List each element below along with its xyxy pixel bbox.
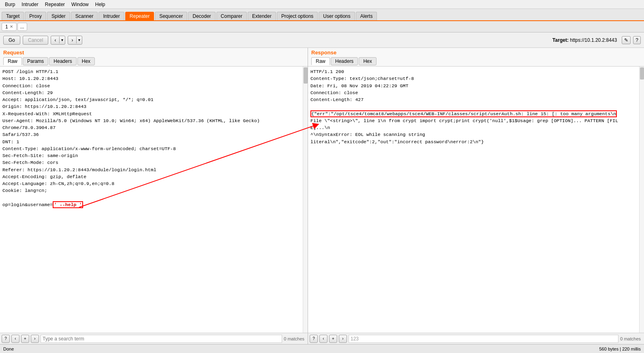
- req-blank: [2, 194, 301, 201]
- request-tab-raw[interactable]: Raw: [3, 57, 22, 65]
- edit-target-button[interactable]: ✎: [622, 36, 631, 44]
- response-search-input[interactable]: [349, 335, 618, 343]
- tab-extender[interactable]: Extender: [248, 12, 276, 20]
- req-body-highlight: ' --help ': [53, 201, 83, 208]
- response-matches: 0 matches: [620, 336, 642, 341]
- target-label: Target: https://10.1.20.2:8443: [552, 37, 617, 43]
- request-tab-headers[interactable]: Headers: [49, 57, 76, 65]
- toolbar: Go Cancel ‹ ▾ › ▾ Target: https://10.1.2…: [0, 32, 644, 48]
- forward-arrow-icon[interactable]: ▾: [76, 37, 82, 43]
- req-line-16: Accept-Language: zh-CN,zh;q=0.9,en;q=0.8: [2, 180, 301, 187]
- back-button[interactable]: ‹ ▾: [51, 36, 65, 45]
- tab-intruder[interactable]: Intruder: [98, 12, 124, 20]
- menu-intruder[interactable]: Intruder: [18, 1, 41, 8]
- content-area: Request Raw Params Headers Hex POST /log…: [0, 48, 644, 344]
- tab-proxy[interactable]: Proxy: [25, 12, 46, 20]
- response-tab-headers[interactable]: Headers: [331, 57, 358, 65]
- request-body[interactable]: POST /login HTTP/1.1 Host: 10.1.20.2:844…: [0, 67, 303, 333]
- forward-button[interactable]: › ▾: [68, 36, 82, 45]
- request-footer: ? ‹ + › 0 matches: [0, 333, 308, 344]
- response-footer: ? ‹ + › 0 matches: [308, 333, 644, 344]
- menu-window[interactable]: Window: [68, 1, 92, 8]
- menu-burp[interactable]: Burp: [2, 1, 18, 8]
- tab-comparer[interactable]: Comparer: [216, 12, 247, 20]
- request-body-wrap: POST /login HTTP/1.1 Host: 10.1.20.2:844…: [0, 67, 308, 333]
- request-scrollbar[interactable]: [303, 67, 308, 333]
- resp-line-3: Date: Fri, 08 Nov 2019 04:22:29 GMT: [310, 82, 638, 89]
- response-tab-hex[interactable]: Hex: [359, 57, 376, 65]
- resp-body-3: ^\nSyntaxError: EOL while scanning strin…: [310, 131, 638, 138]
- req-line-7: X-Requested-With: XMLHttpRequest: [2, 110, 301, 117]
- req-line-1: POST /login HTTP/1.1: [2, 68, 301, 75]
- resp-line-2: Content-Type: text/json;charset=utf-8: [310, 75, 638, 82]
- help-button[interactable]: ?: [633, 36, 641, 44]
- resp-body-highlight-1: {"err":"/opt/tsce4/tomcat8/webapps/tsce4…: [310, 110, 617, 117]
- req-line-2: Host: 10.1.20.2:8443: [2, 75, 301, 82]
- req-line-12: Sec-Fetch-Site: same-origin: [2, 152, 301, 159]
- response-panel: Response Raw Headers Hex HTTP/1.1 200 Co…: [308, 48, 644, 344]
- menu-help[interactable]: Help: [92, 1, 109, 8]
- req-line-15: Accept-Encoding: gzip, deflate: [2, 173, 301, 180]
- cancel-button[interactable]: Cancel: [23, 36, 48, 45]
- req-line-8: User-Agent: Mozilla/5.0 (Windows NT 10.0…: [2, 117, 301, 131]
- req-prev-button[interactable]: ‹: [11, 335, 19, 343]
- req-line-10: DNT: 1: [2, 138, 301, 145]
- req-next-button[interactable]: ›: [31, 335, 39, 343]
- response-tab-raw[interactable]: Raw: [311, 57, 330, 65]
- tab-project-options[interactable]: Project options: [277, 12, 318, 20]
- request-tab-hex[interactable]: Hex: [77, 57, 95, 65]
- resp-next-button[interactable]: ›: [339, 335, 347, 343]
- back-icon: ‹: [51, 36, 59, 44]
- tab-spider[interactable]: Spider: [47, 12, 70, 20]
- response-scrollbar-thumb[interactable]: [640, 67, 644, 80]
- target-url: https://10.1.20.2:8443: [570, 37, 617, 43]
- status-done: Done: [3, 347, 599, 351]
- req-line-3: Connection: close: [2, 82, 301, 89]
- request-scrollbar-thumb[interactable]: [304, 67, 308, 84]
- tab-user-options[interactable]: User options: [319, 12, 355, 20]
- sub-tab-1[interactable]: 1 ✕: [2, 23, 17, 31]
- resp-help-button[interactable]: ?: [310, 335, 318, 343]
- main-tab-bar: Target Proxy Spider Scanner Intruder Rep…: [0, 9, 644, 21]
- tab-repeater[interactable]: Repeater: [125, 12, 154, 20]
- response-scrollbar[interactable]: [639, 67, 644, 333]
- back-arrow-icon[interactable]: ▾: [59, 37, 65, 43]
- req-line-5: Accept: application/json, text/javascrip…: [2, 96, 301, 103]
- resp-add-button[interactable]: +: [329, 335, 337, 343]
- tab-target[interactable]: Target: [2, 12, 24, 20]
- response-tabs: Raw Headers Hex: [308, 56, 644, 67]
- resp-line-5: Content-Length: 427: [310, 96, 638, 103]
- tab-sequencer[interactable]: Sequencer: [155, 12, 187, 20]
- req-line-11: Content-Type: application/x-www-form-url…: [2, 145, 301, 152]
- close-icon[interactable]: ✕: [10, 24, 13, 29]
- req-line-14: Referer: https://10.1.20.2:8443/module/l…: [2, 166, 301, 173]
- req-help-button[interactable]: ?: [2, 335, 10, 343]
- req-body-line: op=login&username=' --help ': [2, 201, 301, 208]
- request-panel: Request Raw Params Headers Hex POST /log…: [0, 48, 308, 344]
- sub-tab-dots[interactable]: ...: [17, 23, 27, 31]
- menu-repeater[interactable]: Repeater: [42, 1, 68, 8]
- resp-prev-button[interactable]: ‹: [319, 335, 327, 343]
- tab-scanner[interactable]: Scanner: [71, 12, 98, 20]
- response-body-wrap: HTTP/1.1 200 Content-Type: text/json;cha…: [308, 67, 644, 333]
- req-line-13: Sec-Fetch-Mode: cors: [2, 159, 301, 166]
- resp-line-4: Connection: close: [310, 89, 638, 96]
- req-line-4: Content-Length: 29: [2, 89, 301, 96]
- req-line-17: Cookie: lang=cn;: [2, 187, 301, 194]
- resp-body-4: literal\n","exitcode":2,"out":"incorrect…: [310, 138, 638, 145]
- tab-decoder[interactable]: Decoder: [188, 12, 215, 20]
- status-info: 560 bytes | 220 millis: [599, 347, 641, 351]
- req-add-button[interactable]: +: [21, 335, 29, 343]
- request-search-input[interactable]: [41, 335, 282, 343]
- resp-body-2: File \"<string>\", line 1\n from crypt i…: [310, 117, 638, 131]
- req-body-prefix: op=login&username=: [2, 202, 53, 207]
- menu-bar: Burp Intruder Repeater Window Help: [0, 0, 644, 9]
- go-button[interactable]: Go: [3, 36, 20, 45]
- request-matches: 0 matches: [284, 336, 306, 341]
- resp-blank: [310, 103, 638, 110]
- tab-alerts[interactable]: Alerts: [356, 12, 377, 20]
- forward-icon: ›: [68, 36, 76, 44]
- request-tab-params[interactable]: Params: [23, 57, 48, 65]
- response-body[interactable]: HTTP/1.1 200 Content-Type: text/json;cha…: [308, 67, 639, 333]
- sub-tab-bar: 1 ✕ ...: [0, 21, 644, 32]
